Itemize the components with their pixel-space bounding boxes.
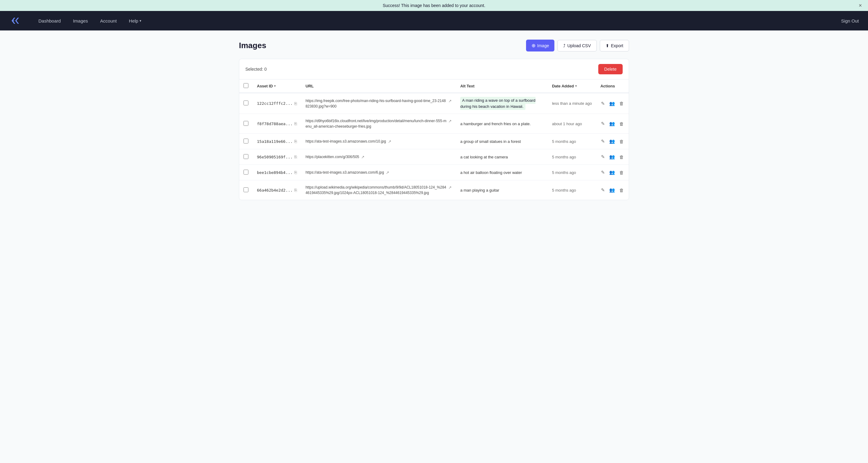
- selection-bar: Selected: 0 Delete: [239, 59, 629, 79]
- images-table-container: Selected: 0 Delete Asset ID ▾: [239, 59, 629, 200]
- external-link-icon[interactable]: ↗: [361, 155, 365, 159]
- copy-icon[interactable]: ⎘: [294, 188, 297, 193]
- date-added-cell: 5 months ago: [548, 180, 596, 200]
- actions-cell: ✎ 👥 🗑: [596, 180, 629, 200]
- delete-button[interactable]: Delete: [598, 64, 623, 74]
- asset-id-cell: 122cc12fffc2... ⎘: [253, 93, 301, 114]
- users-button[interactable]: 👥: [609, 138, 616, 145]
- row-checkbox-cell: [239, 149, 253, 165]
- table-row: 96e50905169f... ⎘ https://placekitten.co…: [239, 149, 629, 165]
- copy-icon[interactable]: ⎘: [294, 155, 297, 159]
- asset-id-cell: 96e50905169f... ⎘: [253, 149, 301, 165]
- alt-text-value: A man riding a wave on top of a surfboar…: [460, 97, 535, 110]
- asset-id-value: 66a462b4e2d2...: [257, 188, 292, 193]
- delete-row-button[interactable]: 🗑: [619, 121, 624, 127]
- alt-text-cell: a hot air balloon floating over water: [456, 165, 548, 180]
- users-button[interactable]: 👥: [609, 169, 616, 176]
- users-button[interactable]: 👥: [609, 120, 616, 127]
- delete-row-button[interactable]: 🗑: [619, 138, 624, 145]
- upload-icon: ⤴: [563, 43, 565, 48]
- alt-text-value: a hot air balloon floating over water: [460, 170, 522, 175]
- row-checkbox[interactable]: [244, 154, 248, 159]
- users-button[interactable]: 👥: [609, 100, 616, 107]
- external-link-icon[interactable]: ↗: [448, 119, 452, 123]
- url-value: https://ata-test-images.s3.amazonaws.com…: [305, 139, 386, 144]
- alt-text-cell: a cat looking at the camera: [456, 149, 548, 165]
- edit-button[interactable]: ✎: [600, 120, 606, 127]
- asset-id-value: bee1cbe894b4...: [257, 170, 292, 175]
- asset-id-cell: 66a462b4e2d2... ⎘: [253, 180, 301, 200]
- row-checkbox[interactable]: [244, 139, 248, 143]
- edit-button[interactable]: ✎: [600, 138, 606, 145]
- edit-button[interactable]: ✎: [600, 169, 606, 176]
- delete-row-button[interactable]: 🗑: [619, 154, 624, 160]
- row-checkbox[interactable]: [244, 121, 248, 126]
- navigation: Dashboard Images Account Help ▾ Sign Out: [0, 11, 868, 30]
- asset-id-value: 122cc12fffc2...: [257, 101, 292, 106]
- logo: [9, 15, 20, 26]
- external-link-icon[interactable]: ↗: [386, 170, 389, 175]
- date-added-value: 5 months ago: [552, 170, 576, 175]
- users-button[interactable]: 👥: [609, 154, 616, 160]
- delete-row-button[interactable]: 🗑: [619, 169, 624, 176]
- table-row: 66a462b4e2d2... ⎘ https://upload.wikimed…: [239, 180, 629, 200]
- asset-id-value: 96e50905169f...: [257, 155, 292, 159]
- copy-icon[interactable]: ⎘: [294, 101, 297, 106]
- nav-images[interactable]: Images: [67, 11, 94, 30]
- url-value: https://d9hyo6bif16lx.cloudfront.net/liv…: [305, 118, 446, 129]
- nav-account[interactable]: Account: [94, 11, 123, 30]
- success-banner: Success! This image has been added to yo…: [0, 0, 868, 11]
- alt-text-cell: a group of small statues in a forest: [456, 134, 548, 149]
- export-icon: ⬆: [606, 43, 609, 48]
- page-title: Images: [239, 41, 267, 50]
- signout-button[interactable]: Sign Out: [841, 18, 859, 24]
- selected-count: Selected: 0: [245, 67, 267, 72]
- nav-help[interactable]: Help ▾: [123, 11, 148, 30]
- date-added-cell: 5 months ago: [548, 134, 596, 149]
- external-link-icon[interactable]: ↗: [448, 99, 452, 103]
- close-banner-button[interactable]: ×: [859, 2, 862, 9]
- select-all-checkbox[interactable]: [244, 83, 248, 88]
- copy-icon[interactable]: ⎘: [294, 139, 297, 144]
- edit-button[interactable]: ✎: [600, 187, 606, 193]
- date-added-value: about 1 hour ago: [552, 122, 582, 126]
- asset-id-sort[interactable]: Asset ID ▾: [257, 84, 276, 88]
- date-added-sort[interactable]: Date Added ▾: [552, 84, 577, 88]
- actions-header: Actions: [596, 79, 629, 93]
- copy-icon[interactable]: ⎘: [294, 170, 297, 175]
- delete-row-button[interactable]: 🗑: [619, 187, 624, 193]
- page-header: Images ⊕ Image ⤴ Upload CSV ⬆ Export: [239, 40, 629, 52]
- external-link-icon[interactable]: ↗: [388, 139, 391, 144]
- success-message: Success! This image has been added to yo…: [383, 3, 486, 8]
- date-added-value: 5 months ago: [552, 139, 576, 144]
- users-button[interactable]: 👥: [609, 187, 616, 193]
- external-link-icon[interactable]: ↗: [448, 185, 452, 190]
- url-cell: https://ata-test-images.s3.amazonaws.com…: [301, 165, 456, 180]
- help-chevron-icon: ▾: [140, 19, 142, 23]
- url-value: https://ata-test-images.s3.amazonaws.com…: [305, 170, 384, 175]
- asset-id-sort-icon: ▾: [274, 84, 276, 88]
- images-table: Asset ID ▾ URL Alt Text Date Added ▾: [239, 79, 629, 200]
- delete-row-button[interactable]: 🗑: [619, 100, 624, 107]
- row-checkbox[interactable]: [244, 101, 248, 105]
- add-image-button[interactable]: ⊕ Image: [526, 40, 555, 52]
- row-checkbox[interactable]: [244, 187, 248, 192]
- upload-csv-button[interactable]: ⤴ Upload CSV: [557, 40, 596, 52]
- row-checkbox[interactable]: [244, 170, 248, 174]
- table-row: f8f78d788aea... ⎘ https://d9hyo6bif16lx.…: [239, 114, 629, 134]
- edit-button[interactable]: ✎: [600, 154, 606, 160]
- asset-id-value: 15a18a119e66...: [257, 139, 292, 144]
- alt-text-value: a group of small statues in a forest: [460, 139, 521, 144]
- export-button[interactable]: ⬆ Export: [600, 40, 629, 52]
- table-row: 122cc12fffc2... ⎘ https://img.freepik.co…: [239, 93, 629, 114]
- alt-text-cell: a man playing a guitar: [456, 180, 548, 200]
- edit-button[interactable]: ✎: [600, 100, 606, 107]
- actions-cell: ✎ 👥 🗑: [596, 165, 629, 180]
- alt-text-value: a man playing a guitar: [460, 188, 499, 193]
- date-added-cell: 5 months ago: [548, 149, 596, 165]
- alt-text-cell: a hamburger and french fries on a plate.: [456, 114, 548, 134]
- nav-dashboard[interactable]: Dashboard: [32, 11, 67, 30]
- copy-icon[interactable]: ⎘: [294, 121, 297, 126]
- row-checkbox-cell: [239, 165, 253, 180]
- table-row: bee1cbe894b4... ⎘ https://ata-test-image…: [239, 165, 629, 180]
